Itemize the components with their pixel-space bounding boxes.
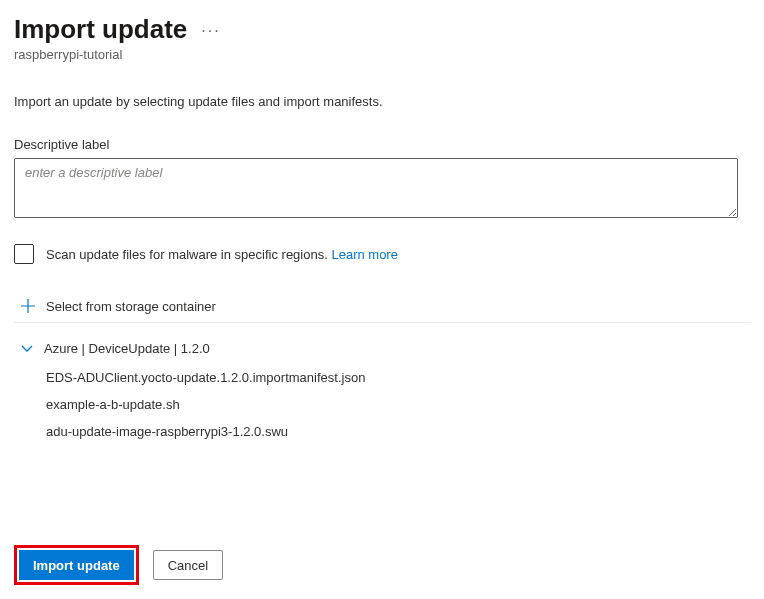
list-item: adu-update-image-raspberrypi3-1.2.0.swu <box>46 424 750 439</box>
import-update-button[interactable]: Import update <box>19 550 134 580</box>
scan-malware-text: Scan update files for malware in specifi… <box>46 247 328 262</box>
learn-more-link[interactable]: Learn more <box>331 247 397 262</box>
select-storage-label: Select from storage container <box>46 299 216 314</box>
update-group-title: Azure | DeviceUpdate | 1.2.0 <box>44 341 210 356</box>
cancel-button[interactable]: Cancel <box>153 550 223 580</box>
chevron-down-icon <box>20 342 34 356</box>
scan-malware-checkbox[interactable] <box>14 244 34 264</box>
page-subtitle: raspberrypi-tutorial <box>14 47 750 62</box>
scan-malware-label: Scan update files for malware in specifi… <box>46 247 398 262</box>
page-description: Import an update by selecting update fil… <box>14 94 750 109</box>
more-icon[interactable]: ··· <box>201 14 220 40</box>
list-item: example-a-b-update.sh <box>46 397 750 412</box>
page-title: Import update <box>14 14 187 45</box>
descriptive-label-caption: Descriptive label <box>14 137 750 152</box>
descriptive-label-input[interactable] <box>14 158 738 218</box>
select-storage-button[interactable]: Select from storage container <box>14 290 750 323</box>
update-group-toggle[interactable]: Azure | DeviceUpdate | 1.2.0 <box>20 341 750 356</box>
highlight-box: Import update <box>14 545 139 585</box>
plus-icon <box>20 298 36 314</box>
list-item: EDS-ADUClient.yocto-update.1.2.0.importm… <box>46 370 750 385</box>
